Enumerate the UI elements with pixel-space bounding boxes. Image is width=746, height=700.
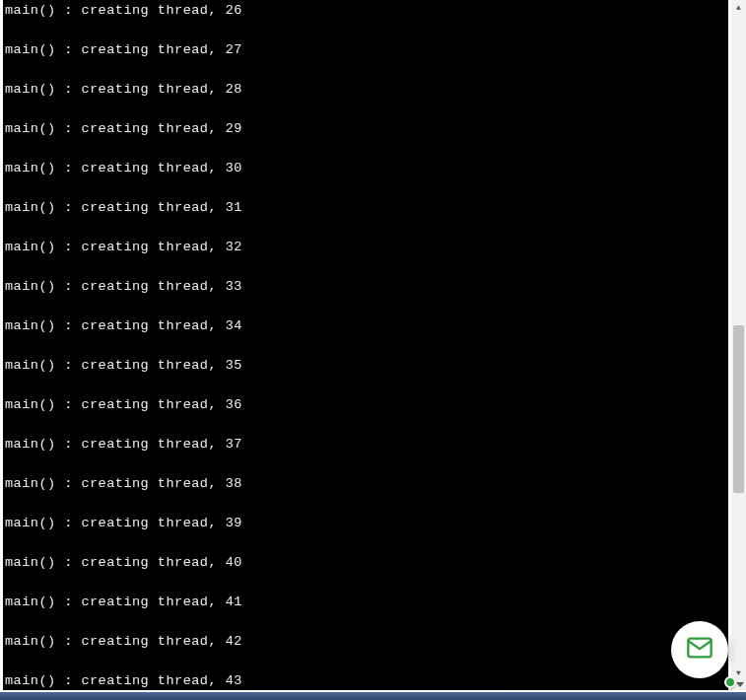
log-line: main() : creating thread, 36 [5,397,726,413]
log-line: main() : creating thread, 37 [5,437,726,453]
log-line: main() : creating thread, 40 [5,555,726,571]
log-line: main() : creating thread, 26 [5,3,726,19]
scrollbar-track[interactable]: ▲ ▼ [731,0,746,690]
log-line: main() : creating thread, 32 [5,240,726,255]
scrollbar-thumb[interactable] [733,325,744,493]
log-line: main() : creating thread, 41 [5,595,726,610]
scroll-up-arrow-icon[interactable]: ▲ [731,0,746,15]
log-line: main() : creating thread, 28 [5,82,726,98]
mail-icon [686,634,713,666]
log-line: main() : creating thread, 34 [5,318,726,334]
chat-button[interactable] [671,621,728,678]
chevron-down-icon[interactable] [736,682,744,687]
log-line: main() : creating thread, 31 [5,200,726,216]
window-bottom-border [0,692,746,700]
log-line: main() : creating thread, 29 [5,121,726,137]
notification-badge[interactable] [724,676,736,688]
terminal-window: main() : creating thread, 26main() : cre… [3,0,728,690]
log-line: main() : creating thread, 43 [5,673,726,689]
log-line: main() : creating thread, 30 [5,161,726,176]
log-line: main() : creating thread, 39 [5,516,726,531]
log-line: main() : creating thread, 33 [5,279,726,295]
log-line: main() : creating thread, 35 [5,358,726,374]
terminal-output: main() : creating thread, 26main() : cre… [3,0,728,690]
log-line: main() : creating thread, 38 [5,476,726,492]
log-line: main() : creating thread, 27 [5,42,726,58]
log-line: main() : creating thread, 42 [5,634,726,650]
